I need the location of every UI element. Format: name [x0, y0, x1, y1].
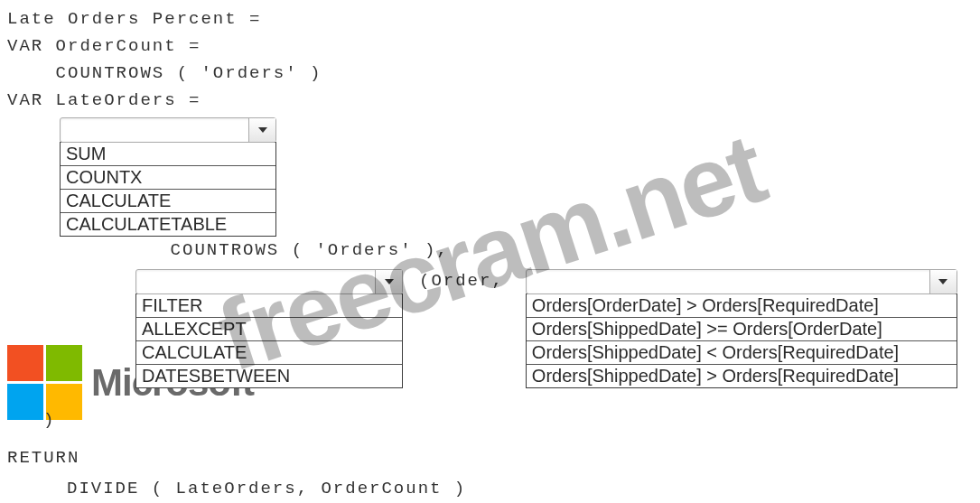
option-calculate-2[interactable]: CALCULATE	[136, 341, 402, 365]
dax-code-block: Late Orders Percent = VAR OrderCount = C…	[0, 0, 980, 394]
listbox-2[interactable]: FILTER ALLEXCEPT CALCULATE DATESBETWEEN	[135, 293, 403, 388]
combo-value-1	[61, 118, 248, 142]
code-close-paren: )	[43, 410, 55, 430]
dropdown-function-2[interactable]: FILTER ALLEXCEPT CALCULATE DATESBETWEEN	[135, 265, 403, 388]
combo-box-1[interactable]	[60, 117, 276, 143]
code-line-1: Late Orders Percent =	[7, 5, 973, 33]
option-calculate[interactable]: CALCULATE	[61, 190, 275, 213]
option-expr-4[interactable]: Orders[ShippedDate] > Orders[RequiredDat…	[527, 365, 957, 387]
listbox-1[interactable]: SUM COUNTX CALCULATE CALCULATETABLE	[60, 142, 276, 237]
combo-value-3	[527, 270, 929, 293]
code-divide: DIVIDE ( LateOrders, OrderCount )	[67, 479, 466, 498]
code-return: RETURN	[7, 448, 79, 468]
option-filter[interactable]: FILTER	[136, 294, 402, 318]
option-expr-1[interactable]: Orders[OrderDate] > Orders[RequiredDate]	[527, 294, 957, 318]
order-paren-text: (Order,	[419, 271, 504, 291]
code-line-3: COUNTROWS ( 'Orders' )	[7, 60, 973, 87]
combo-box-2[interactable]	[135, 269, 403, 294]
code-line-5: COUNTROWS ( 'Orders' ),	[61, 237, 973, 264]
option-expr-3[interactable]: Orders[ShippedDate] < Orders[RequiredDat…	[527, 341, 957, 365]
code-line-4: VAR LateOrders =	[7, 87, 973, 114]
chevron-down-icon[interactable]	[929, 270, 957, 293]
option-expr-2[interactable]: Orders[ShippedDate] >= Orders[OrderDate]	[527, 318, 957, 341]
chevron-down-icon[interactable]	[248, 118, 275, 142]
option-calculatetable[interactable]: CALCULATETABLE	[61, 213, 275, 236]
listbox-3[interactable]: Orders[OrderDate] > Orders[RequiredDate]…	[526, 293, 957, 388]
option-datesbetween[interactable]: DATESBETWEEN	[136, 365, 402, 387]
combo-box-3[interactable]	[526, 269, 957, 294]
option-sum[interactable]: SUM	[61, 143, 275, 166]
dropdown-function-1[interactable]: SUM COUNTX CALCULATE CALCULATETABLE	[60, 114, 276, 237]
code-line-2: VAR OrderCount =	[7, 33, 973, 60]
option-countx[interactable]: COUNTX	[61, 166, 275, 190]
dropdown-expression-3[interactable]: Orders[OrderDate] > Orders[RequiredDate]…	[526, 265, 957, 388]
combo-value-2	[136, 270, 375, 293]
option-allexcept[interactable]: ALLEXCEPT	[136, 318, 402, 341]
chevron-down-icon[interactable]	[375, 270, 402, 293]
